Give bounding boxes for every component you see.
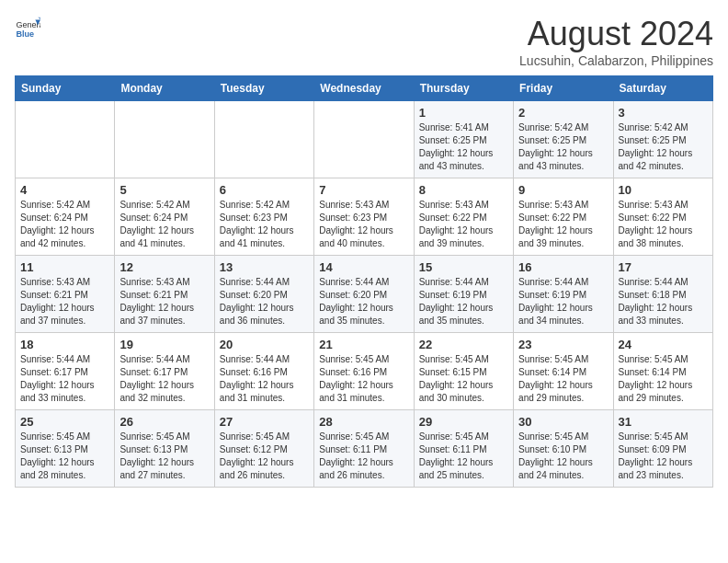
day-number: 4 [20, 183, 109, 197]
calendar-cell: 15Sunrise: 5:44 AM Sunset: 6:19 PM Dayli… [414, 256, 513, 333]
day-number: 22 [419, 338, 508, 351]
day-info: Sunrise: 5:45 AM Sunset: 6:16 PM Dayligh… [319, 353, 408, 405]
calendar-cell: 2Sunrise: 5:42 AM Sunset: 6:25 PM Daylig… [514, 101, 613, 178]
day-number: 16 [518, 260, 608, 274]
calendar-cell: 24Sunrise: 5:45 AM Sunset: 6:14 PM Dayli… [613, 333, 712, 410]
calendar-cell: 31Sunrise: 5:45 AM Sunset: 6:09 PM Dayli… [613, 410, 712, 488]
day-info: Sunrise: 5:41 AM Sunset: 6:25 PM Dayligh… [419, 121, 508, 173]
day-number: 21 [319, 338, 408, 351]
day-number: 27 [220, 415, 309, 429]
calendar-cell: 12Sunrise: 5:43 AM Sunset: 6:21 PM Dayli… [115, 256, 214, 333]
day-number: 6 [220, 183, 309, 197]
calendar-table: SundayMondayTuesdayWednesdayThursdayFrid… [15, 75, 713, 488]
day-number: 7 [319, 183, 408, 197]
day-info: Sunrise: 5:43 AM Sunset: 6:22 PM Dayligh… [518, 199, 608, 250]
day-info: Sunrise: 5:45 AM Sunset: 6:14 PM Dayligh… [518, 353, 608, 405]
day-number: 8 [419, 183, 508, 197]
calendar-cell: 19Sunrise: 5:44 AM Sunset: 6:17 PM Dayli… [115, 333, 214, 410]
day-number: 26 [119, 415, 209, 429]
month-year: August 2024 [519, 15, 713, 53]
calendar-cell: 28Sunrise: 5:45 AM Sunset: 6:11 PM Dayli… [314, 410, 414, 488]
weekday-header-tuesday: Tuesday [214, 76, 313, 101]
day-info: Sunrise: 5:45 AM Sunset: 6:11 PM Dayligh… [319, 431, 408, 482]
week-row-1: 1Sunrise: 5:41 AM Sunset: 6:25 PM Daylig… [16, 101, 713, 178]
calendar-cell [314, 101, 414, 178]
day-info: Sunrise: 5:44 AM Sunset: 6:17 PM Dayligh… [119, 353, 209, 405]
weekday-header-row: SundayMondayTuesdayWednesdayThursdayFrid… [16, 76, 713, 101]
day-info: Sunrise: 5:45 AM Sunset: 6:13 PM Dayligh… [20, 431, 109, 482]
calendar-cell: 18Sunrise: 5:44 AM Sunset: 6:17 PM Dayli… [16, 333, 115, 410]
week-row-5: 25Sunrise: 5:45 AM Sunset: 6:13 PM Dayli… [16, 410, 713, 488]
day-number: 17 [619, 260, 708, 274]
day-info: Sunrise: 5:44 AM Sunset: 6:16 PM Dayligh… [220, 353, 309, 405]
day-info: Sunrise: 5:43 AM Sunset: 6:23 PM Dayligh… [319, 199, 408, 250]
day-number: 18 [20, 338, 109, 351]
day-info: Sunrise: 5:45 AM Sunset: 6:11 PM Dayligh… [419, 431, 508, 482]
calendar-cell: 5Sunrise: 5:42 AM Sunset: 6:24 PM Daylig… [115, 178, 214, 256]
calendar-cell: 1Sunrise: 5:41 AM Sunset: 6:25 PM Daylig… [414, 101, 513, 178]
week-row-2: 4Sunrise: 5:42 AM Sunset: 6:24 PM Daylig… [16, 178, 713, 256]
calendar-cell: 3Sunrise: 5:42 AM Sunset: 6:25 PM Daylig… [613, 101, 712, 178]
day-info: Sunrise: 5:45 AM Sunset: 6:14 PM Dayligh… [619, 353, 708, 405]
logo: General Blue [15, 15, 40, 40]
calendar-cell: 20Sunrise: 5:44 AM Sunset: 6:16 PM Dayli… [214, 333, 313, 410]
day-info: Sunrise: 5:45 AM Sunset: 6:13 PM Dayligh… [119, 431, 209, 482]
calendar-cell: 29Sunrise: 5:45 AM Sunset: 6:11 PM Dayli… [414, 410, 513, 488]
day-number: 23 [518, 338, 608, 351]
day-info: Sunrise: 5:45 AM Sunset: 6:12 PM Dayligh… [220, 431, 309, 482]
calendar-cell [115, 101, 214, 178]
calendar-cell: 16Sunrise: 5:44 AM Sunset: 6:19 PM Dayli… [514, 256, 613, 333]
day-info: Sunrise: 5:42 AM Sunset: 6:24 PM Dayligh… [20, 199, 109, 250]
calendar-cell [16, 101, 115, 178]
title-area: August 2024 Lucsuhin, Calabarzon, Philip… [519, 15, 713, 68]
day-number: 28 [319, 415, 408, 429]
calendar-cell: 4Sunrise: 5:42 AM Sunset: 6:24 PM Daylig… [16, 178, 115, 256]
day-number: 30 [518, 415, 608, 429]
calendar-cell: 21Sunrise: 5:45 AM Sunset: 6:16 PM Dayli… [314, 333, 414, 410]
day-number: 10 [619, 183, 708, 197]
day-info: Sunrise: 5:44 AM Sunset: 6:19 PM Dayligh… [419, 276, 508, 327]
day-info: Sunrise: 5:43 AM Sunset: 6:22 PM Dayligh… [419, 199, 508, 250]
calendar-cell: 17Sunrise: 5:44 AM Sunset: 6:18 PM Dayli… [613, 256, 712, 333]
calendar-cell: 27Sunrise: 5:45 AM Sunset: 6:12 PM Dayli… [214, 410, 313, 488]
calendar-cell: 23Sunrise: 5:45 AM Sunset: 6:14 PM Dayli… [514, 333, 613, 410]
day-number: 13 [220, 260, 309, 274]
day-number: 20 [220, 338, 309, 351]
calendar-cell: 25Sunrise: 5:45 AM Sunset: 6:13 PM Dayli… [16, 410, 115, 488]
day-info: Sunrise: 5:42 AM Sunset: 6:24 PM Dayligh… [119, 199, 209, 250]
day-info: Sunrise: 5:42 AM Sunset: 6:25 PM Dayligh… [518, 121, 608, 173]
day-info: Sunrise: 5:44 AM Sunset: 6:20 PM Dayligh… [319, 276, 408, 327]
day-number: 5 [119, 183, 209, 197]
day-number: 19 [119, 338, 209, 351]
day-info: Sunrise: 5:43 AM Sunset: 6:21 PM Dayligh… [20, 276, 109, 327]
day-info: Sunrise: 5:45 AM Sunset: 6:10 PM Dayligh… [518, 431, 608, 482]
day-info: Sunrise: 5:43 AM Sunset: 6:22 PM Dayligh… [619, 199, 708, 250]
weekday-header-monday: Monday [115, 76, 214, 101]
calendar-cell: 30Sunrise: 5:45 AM Sunset: 6:10 PM Dayli… [514, 410, 613, 488]
day-number: 24 [619, 338, 708, 351]
day-info: Sunrise: 5:45 AM Sunset: 6:15 PM Dayligh… [419, 353, 508, 405]
header: General Blue August 2024 Lucsuhin, Calab… [15, 15, 713, 68]
calendar-cell: 22Sunrise: 5:45 AM Sunset: 6:15 PM Dayli… [414, 333, 513, 410]
day-info: Sunrise: 5:44 AM Sunset: 6:19 PM Dayligh… [518, 276, 608, 327]
calendar-cell: 26Sunrise: 5:45 AM Sunset: 6:13 PM Dayli… [115, 410, 214, 488]
calendar-cell: 11Sunrise: 5:43 AM Sunset: 6:21 PM Dayli… [16, 256, 115, 333]
weekday-header-friday: Friday [514, 76, 613, 101]
calendar-cell: 6Sunrise: 5:42 AM Sunset: 6:23 PM Daylig… [214, 178, 313, 256]
calendar-cell: 14Sunrise: 5:44 AM Sunset: 6:20 PM Dayli… [314, 256, 414, 333]
week-row-4: 18Sunrise: 5:44 AM Sunset: 6:17 PM Dayli… [16, 333, 713, 410]
weekday-header-thursday: Thursday [414, 76, 513, 101]
calendar-cell: 8Sunrise: 5:43 AM Sunset: 6:22 PM Daylig… [414, 178, 513, 256]
logo-icon: General Blue [15, 15, 40, 40]
calendar-cell [214, 101, 313, 178]
day-info: Sunrise: 5:42 AM Sunset: 6:25 PM Dayligh… [619, 121, 708, 173]
day-info: Sunrise: 5:43 AM Sunset: 6:21 PM Dayligh… [119, 276, 209, 327]
calendar-cell: 10Sunrise: 5:43 AM Sunset: 6:22 PM Dayli… [613, 178, 712, 256]
day-number: 9 [518, 183, 608, 197]
day-info: Sunrise: 5:45 AM Sunset: 6:09 PM Dayligh… [619, 431, 708, 482]
day-number: 11 [20, 260, 109, 274]
day-number: 31 [619, 415, 708, 429]
svg-marker-3 [38, 17, 40, 20]
day-number: 15 [419, 260, 508, 274]
day-info: Sunrise: 5:44 AM Sunset: 6:17 PM Dayligh… [20, 353, 109, 405]
